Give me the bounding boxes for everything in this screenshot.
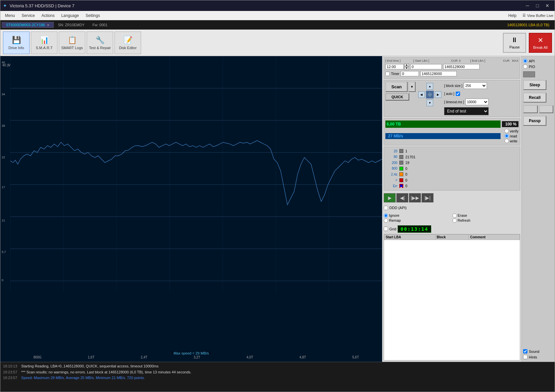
cur-max-header: CUR MAX xyxy=(503,59,518,62)
ddd-label: DDD (API) xyxy=(389,206,407,210)
block-size-select[interactable]: 256 512 1024 xyxy=(464,82,487,89)
timer-checkbox[interactable] xyxy=(385,72,390,76)
half-btn-right[interactable] xyxy=(539,105,554,113)
stat-count-gt: 0 xyxy=(405,178,407,183)
auto-label: [ auto ] xyxy=(444,92,454,96)
y-label-34: 34 xyxy=(2,93,5,96)
timer-end-input[interactable] xyxy=(420,71,457,76)
right-panel: [ End time ] [ Start LBA ] CUR 0 [ End L… xyxy=(382,56,521,362)
menu-item-menu[interactable]: Menu xyxy=(2,12,18,19)
stat-row-err: Err ✕ 0 xyxy=(385,183,518,189)
lba-header-row: [ End time ] [ Start LBA ] CUR 0 [ End L… xyxy=(385,59,518,62)
progress-section: 6,00 TB 100 % 27 MB/s verify read xyxy=(384,118,520,145)
block-size-label: [ block size ] xyxy=(444,84,462,88)
menu-item-settings[interactable]: Settings xyxy=(82,12,103,19)
menu-item-actions[interactable]: Actions xyxy=(38,12,58,19)
x-label-32t: 3,2T xyxy=(194,355,200,359)
menu-item-service[interactable]: Service xyxy=(18,12,38,19)
disk-editor-icon: 📝 xyxy=(123,36,132,44)
ignore-radio[interactable] xyxy=(384,213,388,218)
break-label: Break All xyxy=(533,45,547,49)
verify-radio[interactable] xyxy=(505,129,509,133)
diamond-inner: ▲ ▼ ◀ ▶ xyxy=(418,83,441,106)
stat-count-800: 0 xyxy=(405,166,407,172)
api-radio[interactable] xyxy=(523,59,527,63)
refresh-radio[interactable] xyxy=(452,218,457,223)
quick-button[interactable]: QUICK xyxy=(385,93,409,101)
drive-tab[interactable]: ST6000DM003-2CY186 ✕ xyxy=(2,22,54,28)
x-label-24t: 2,4T xyxy=(141,355,147,359)
menu-item-language[interactable]: Language xyxy=(58,12,82,19)
timer-input[interactable] xyxy=(401,71,419,76)
nav-down[interactable]: ▼ xyxy=(427,100,433,106)
end-time-down[interactable]: ▼ xyxy=(404,67,409,70)
end-lba-cur-input[interactable] xyxy=(443,64,480,69)
grid-checkbox[interactable] xyxy=(384,227,388,231)
grid-timer-row: Grid 00:13:14 xyxy=(384,225,520,233)
pio-radio[interactable] xyxy=(523,64,527,69)
drive-fw: Fw: 0001 xyxy=(89,22,112,28)
nav-up[interactable]: ▲ xyxy=(427,83,433,90)
minimize-button[interactable]: ─ xyxy=(523,2,532,9)
break-button[interactable]: ✕ Break All xyxy=(529,33,552,53)
sleep-button[interactable]: Sleep xyxy=(523,80,546,90)
view-buffer-live[interactable]: ☰ View Buffer Live xyxy=(522,13,553,18)
start-lba-input[interactable] xyxy=(410,64,442,69)
ddd-checkbox[interactable] xyxy=(384,206,388,210)
scan-button[interactable]: Scan xyxy=(385,82,408,92)
progress-row: 6,00 TB 100 % xyxy=(385,120,518,128)
erase-radio[interactable] xyxy=(452,213,457,218)
stat-row-200: 200 19 xyxy=(385,160,518,166)
x-label-800g: 800G xyxy=(34,355,41,359)
end-time-input[interactable] xyxy=(385,64,404,69)
pio-label: PIO xyxy=(529,65,535,69)
scan-table: Start LBA Block Comment xyxy=(384,234,520,240)
toolbar-smart-logs[interactable]: 📋 SMART Logs xyxy=(59,32,85,54)
maximize-button[interactable]: □ xyxy=(533,2,542,9)
nav-right[interactable]: ▶ xyxy=(435,91,441,98)
remap-radio[interactable] xyxy=(384,218,388,223)
rewind-button[interactable]: ◀| xyxy=(396,193,408,202)
disk-editor-label: Disk Editor xyxy=(119,46,136,50)
scan-dropdown[interactable]: ▼ xyxy=(408,82,416,92)
sound-label: Sound xyxy=(523,349,553,353)
nav-left[interactable]: ◀ xyxy=(418,91,425,98)
end-time-up[interactable]: ▲ xyxy=(404,63,409,67)
end-of-test-select[interactable]: End of test xyxy=(444,107,489,115)
ff-button[interactable]: |▶▶ xyxy=(409,193,421,202)
pause-button[interactable]: ⏸ Pause xyxy=(503,33,526,53)
menu-item-help[interactable]: Help xyxy=(505,12,520,19)
drive-tab-close[interactable]: ✕ xyxy=(47,23,49,27)
recall-button[interactable]: Recall xyxy=(523,93,546,103)
chart-svg xyxy=(10,56,382,293)
end-lba-header: [ End LBA ] xyxy=(470,59,485,62)
pio-radio-row: PIO xyxy=(523,64,553,69)
play-button[interactable]: ▶ xyxy=(384,193,396,202)
stat-ms-gt: > xyxy=(385,178,397,183)
skip-end-button[interactable]: |▶| xyxy=(422,193,434,202)
drive-lba: 1465128001 LBA (6,0 TB) xyxy=(503,22,553,28)
drive-sn: SN: ZR10EMDY xyxy=(54,22,88,28)
close-button[interactable]: ✕ xyxy=(543,2,552,9)
chart-area: 40 (MB/s) 40 34 28 22 17 11 5,7 0 Quick … xyxy=(0,56,382,362)
drive-size-bar: 6,00 TB xyxy=(385,120,501,128)
toolbar-disk-editor[interactable]: 📝 Disk Editor xyxy=(115,32,141,54)
half-btn-left[interactable] xyxy=(523,105,538,113)
buffer-icon: ☰ xyxy=(522,13,526,18)
sound-checkbox[interactable] xyxy=(523,349,527,353)
svg-rect-1 xyxy=(10,56,382,293)
ignore-radio-label: Ignore xyxy=(384,213,452,218)
auto-checkbox[interactable] xyxy=(456,92,460,96)
pause-icon: ⏸ xyxy=(511,36,518,44)
remap-radio-label: Remap xyxy=(384,218,452,223)
timeout-row: [ timeout.ms ] 10000 5000 3000 xyxy=(444,99,489,105)
hints-checkbox[interactable] xyxy=(523,355,527,359)
read-radio[interactable] xyxy=(505,134,509,138)
toolbar-test-repair[interactable]: 🔧 Test & Repair xyxy=(87,32,113,54)
passp-button[interactable]: Passp xyxy=(523,116,546,126)
toolbar-smart[interactable]: 📊 S.M.A.R.T xyxy=(31,32,57,54)
toolbar-drive-info[interactable]: 💾 Drive Info xyxy=(3,32,30,54)
main-content: 40 (MB/s) 40 34 28 22 17 11 5,7 0 Quick … xyxy=(0,56,555,362)
write-radio[interactable] xyxy=(505,139,509,143)
timeout-select[interactable]: 10000 5000 3000 xyxy=(465,99,489,105)
